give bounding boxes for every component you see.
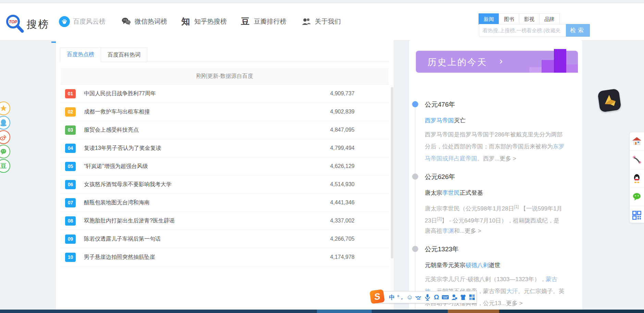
hot-list-row[interactable]: 05“轩岚诺”增强为超强台风级4,626,129	[61, 157, 389, 176]
punctuation-icon[interactable]: °，	[396, 293, 405, 302]
nav-item-label: 豆瓣排行榜	[254, 17, 286, 26]
hot-list-row[interactable]: 08双胞胎肚内打架出生后淤青?医生辟谣4,337,002	[61, 212, 389, 230]
about-us-icon	[301, 16, 312, 27]
hot-item-title[interactable]: 男子悬崖边拍照突然抽筋坠崖	[84, 254, 330, 261]
phone-icon[interactable]	[630, 151, 644, 169]
nav-item-label: 知乎热搜榜	[194, 17, 227, 26]
text-segment: 唐高祖	[425, 228, 442, 234]
keyboard-icon[interactable]	[441, 293, 450, 302]
bird-badge[interactable]	[597, 88, 621, 112]
skin-icon[interactable]	[459, 293, 468, 302]
contact-sidebar-right	[630, 132, 644, 223]
entity-link[interactable]: 马帝国或拜占庭帝国	[425, 155, 477, 162]
nav-item-label: 百度风云榜	[73, 17, 106, 26]
wechat-share-icon[interactable]	[0, 145, 10, 158]
hot-list-row[interactable]: 01中国人民抗日战争胜利77周年4,909,737	[61, 85, 389, 103]
search-button[interactable]: 检索	[566, 24, 590, 37]
search-tab-1[interactable]: 新闻	[479, 13, 499, 25]
list-scrollbar-thumb[interactable]	[391, 87, 393, 258]
wechat-contact-icon[interactable]	[630, 188, 644, 206]
brand-title: 搜榜	[27, 17, 49, 32]
search-tab-4[interactable]: 品牌	[539, 13, 560, 25]
history-body-line: 分后，位处西部的帝国；而东部的帝国后来被称为东罗	[425, 141, 579, 153]
text-segment: 西罗马帝国是指罗马帝国于286年被戴克里先分为两部	[425, 131, 562, 138]
site-logo-icon[interactable]: TOP	[5, 13, 25, 34]
home-icon[interactable]	[630, 132, 644, 151]
hot-item-title[interactable]: 醋瓶包装地图无台湾和海南	[84, 199, 330, 206]
search-tab-3[interactable]: 影视	[519, 13, 540, 25]
ime-mode-chinese[interactable]: 中	[387, 293, 396, 302]
hot-item-title[interactable]: 中国人民抗日战争胜利77周年	[84, 90, 330, 97]
entity-link[interactable]: 李渊	[442, 228, 454, 234]
rank-badge: 10	[65, 253, 76, 262]
hot-item-value: 4,514,930	[330, 181, 355, 188]
list-scrollbar[interactable]	[391, 85, 393, 313]
hot-list-row[interactable]: 03服贸会上感受科技亮点4,847,095	[61, 121, 389, 139]
search-tab-2[interactable]: 图书	[499, 13, 519, 25]
qq-contact-icon[interactable]	[630, 169, 644, 188]
more-link[interactable]: 更多 >	[499, 155, 516, 162]
nav-item-5[interactable]: 关于我们	[301, 3, 341, 40]
weibo-icon[interactable]	[0, 130, 10, 144]
text-segment: 】 - 公元649年7月10日），祖籍陇西成纪，是	[442, 217, 559, 224]
timeline-dot	[412, 173, 418, 180]
baidu-paw-icon	[59, 16, 70, 27]
hot-item-title[interactable]: “轩岚诺”增强为超强台风级	[84, 163, 330, 170]
history-body-line: 西罗马帝国是指罗马帝国于286年被戴克里先分为两部	[425, 129, 579, 141]
hot-list-row[interactable]: 07醋瓶包装地图无台湾和海南4,441,346	[61, 194, 389, 212]
rank-badge: 01	[65, 89, 76, 98]
nav-item-3[interactable]: 知知乎热搜榜	[180, 3, 227, 40]
rank-badge: 03	[65, 125, 76, 135]
rank-badge: 08	[65, 216, 76, 226]
wave-icon[interactable]	[414, 293, 423, 302]
hot-item-value: 4,847,095	[330, 127, 355, 133]
hot-list-row[interactable]: 10男子悬崖边拍照突然抽筋坠崖4,174,978	[61, 248, 389, 266]
smiley-icon[interactable]: ☺	[405, 293, 414, 302]
toolbox-icon[interactable]	[468, 293, 476, 302]
entity-link[interactable]: 西罗马帝国	[425, 117, 454, 124]
history-today-banner[interactable]: 历史上的今天 ›	[416, 51, 578, 73]
hot-item-title[interactable]: 成都一救护车与出租车相撞	[84, 108, 330, 116]
rank-badge: 05	[65, 162, 76, 171]
hot-item-title[interactable]: 服贸会上感受科技亮点	[84, 127, 330, 134]
hot-list-row[interactable]: 06女孩怒斥酒驾母亲不要影响我考大学4,514,930	[61, 176, 389, 194]
hot-item-value: 4,902,839	[330, 109, 355, 115]
history-year: 公元626年	[425, 172, 582, 181]
omega-icon[interactable]: Ω	[432, 293, 441, 302]
mic-icon[interactable]	[423, 293, 432, 302]
text-segment: 。元仁宗嫡子。英	[518, 288, 565, 294]
hot-list-tab-2[interactable]: 百度百科热词	[101, 48, 147, 62]
more-link[interactable]: 更多 >	[465, 228, 481, 234]
text-segment: 唐太宗李世民（公元598年1月28日	[425, 205, 514, 212]
hot-list-row[interactable]: 04复读13年男子否认为了奖金复读4,799,494	[61, 139, 389, 157]
hot-item-title[interactable]: 女孩怒斥酒驾母亲不要影响我考大学	[84, 181, 330, 188]
qzone-icon[interactable]	[0, 101, 10, 115]
hot-item-value: 4,174,978	[330, 254, 355, 260]
taskbar-segment	[499, 310, 644, 313]
douban-icon: 豆	[240, 16, 251, 27]
more-link[interactable]: 更多 >	[506, 300, 523, 306]
entity-link[interactable]: 硕德八剌	[466, 262, 489, 268]
qrcode-icon[interactable]	[630, 206, 644, 224]
sogou-logo-icon[interactable]: S	[370, 289, 385, 304]
hot-item-title[interactable]: 陈若仪透露儿子车祸后第一句话	[84, 236, 330, 243]
rank-badge: 04	[65, 144, 76, 153]
nav-item-4[interactable]: 豆豆瓣排行榜	[240, 3, 286, 40]
hot-list-row[interactable]: 02成都一救护车与出租车相撞4,902,839	[61, 103, 389, 121]
entity-link[interactable]: 大汗	[506, 288, 518, 294]
svg-text:TOP: TOP	[9, 20, 17, 24]
hot-list-tab-1[interactable]: 百度热点榜	[60, 47, 101, 62]
nav-item-1[interactable]: 百度风云榜	[59, 3, 106, 40]
person-dict-icon[interactable]	[450, 293, 459, 302]
entity-link[interactable]: 蒙古	[546, 276, 557, 282]
search-input[interactable]	[479, 24, 566, 37]
hot-list-row[interactable]: 09陈若仪透露儿子车祸后第一句话4,266,705	[61, 230, 389, 248]
entity-link[interactable]: 东罗	[553, 143, 565, 150]
hot-item-title[interactable]: 双胞胎肚内打架出生后淤青?医生辟谣	[84, 217, 330, 225]
nav-item-2[interactable]: 微信热词榜	[121, 3, 167, 40]
hot-item-title[interactable]: 复读13年男子否认为了奖金复读	[84, 145, 330, 152]
qq-icon[interactable]	[0, 116, 10, 130]
douban-share-icon[interactable]: 豆	[0, 159, 10, 173]
history-today-card: 历史上的今天 › 公元476年西罗马帝国灭亡西罗马帝国是指罗马帝国于286年被戴…	[409, 39, 582, 313]
entity-link[interactable]: 李世民	[442, 190, 460, 196]
